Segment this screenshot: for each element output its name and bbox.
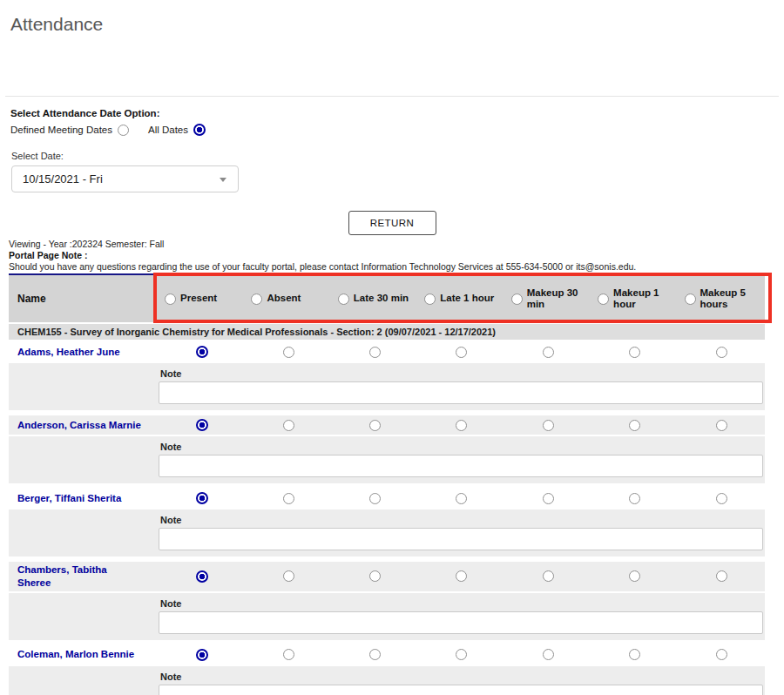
attendance-radio-makeup-1-hour-row0[interactable] [629,347,640,358]
note-input[interactable] [159,381,763,404]
attendance-radio-makeup-5-hours-row4[interactable] [716,649,727,660]
student-attendance-row: Chambers, Tabitha Sheree [9,562,765,591]
attendance-radio-cell-makeup-1-hour [591,649,678,660]
student-name-cell: Anderson, Carissa Marnie [9,419,159,432]
attendance-radio-cell-makeup-30-min [505,570,591,582]
select-date-label: Select Date: [11,151,784,161]
date-option-defined-meeting-dates[interactable]: Defined Meeting Dates [10,125,129,136]
note-row: Note [9,509,765,557]
status-option-absent: Absent [245,293,331,304]
attendance-radio-cell-late-30-min [332,347,418,358]
attendance-radio-present-row4[interactable] [196,649,208,661]
attendance-radio-absent-row2[interactable] [283,493,294,504]
date-option-radio-all-dates[interactable] [193,124,206,136]
note-label: Note [160,515,763,525]
attendance-radio-makeup-5-hours-row0[interactable] [716,347,727,358]
attendance-radio-makeup-30-min-row2[interactable] [543,493,554,504]
note-input[interactable] [159,611,763,634]
attendance-radio-late-1-hour-row2[interactable] [456,493,467,504]
header-divider [5,96,779,97]
student-group: Coleman, Marlon BennieNote [9,645,765,695]
student-name-link[interactable]: Coleman, Marlon Bennie [17,648,134,661]
note-label: Note [160,671,763,682]
date-option-radio-defined-meeting-dates[interactable] [118,125,129,136]
attendance-radio-cell-makeup-5-hours [679,649,765,660]
note-label: Note [160,598,763,609]
attendance-radio-present-row2[interactable] [196,492,208,504]
header-radio-makeup-1-hour[interactable] [598,294,609,305]
attendance-radio-makeup-5-hours-row3[interactable] [716,570,727,582]
attendance-radio-late-1-hour-row0[interactable] [456,347,467,358]
attendance-radio-cell-absent [245,570,331,582]
attendance-radio-cell-late-1-hour [418,570,504,582]
attendance-radio-cell-late-30-min [332,493,418,504]
note-input[interactable] [159,455,763,477]
attendance-radio-late-30-min-row1[interactable] [369,420,381,431]
attendance-radio-makeup-1-hour-row2[interactable] [629,493,640,504]
attendance-radio-late-30-min-row0[interactable] [369,347,381,358]
header-radio-absent[interactable] [251,294,262,305]
attendance-radio-late-1-hour-row1[interactable] [456,420,467,431]
student-name-link[interactable]: Chambers, Tabitha Sheree [17,563,115,590]
attendance-radio-absent-row0[interactable] [283,347,294,358]
note-row-spacer [9,441,159,477]
attendance-radio-late-30-min-row4[interactable] [369,649,381,660]
note-area: Note [159,597,765,634]
attendance-radio-makeup-5-hours-row1[interactable] [716,420,727,431]
status-option-label: Late 30 min [354,293,409,304]
attendance-radio-cell-makeup-30-min [505,420,591,431]
header-radio-makeup-5-hours[interactable] [685,294,696,305]
attendance-radio-late-1-hour-row4[interactable] [456,649,467,660]
attendance-radio-absent-row4[interactable] [283,649,294,660]
attendance-radio-makeup-30-min-row3[interactable] [543,570,554,582]
attendance-radio-late-30-min-row3[interactable] [369,570,381,582]
note-row-spacer [9,671,159,695]
return-button[interactable]: RETURN [348,211,436,235]
note-row: Note [9,363,765,410]
student-name-link[interactable]: Anderson, Carissa Marnie [17,419,141,432]
attendance-radio-makeup-1-hour-row3[interactable] [629,570,640,582]
status-option-late-1-hour: Late 1 hour [418,293,504,304]
portal-note-label: Portal Page Note : [9,250,784,260]
attendance-radio-late-30-min-row2[interactable] [369,493,381,504]
student-group: Chambers, Tabitha ShereeNote [9,562,765,640]
student-group: Anderson, Carissa MarnieNote [9,415,765,483]
date-select[interactable]: 10/15/2021 - Fri [11,165,239,192]
student-name-cell: Adams, Heather June [9,346,159,359]
attendance-radio-late-1-hour-row3[interactable] [456,570,467,582]
attendance-radio-cell-absent [245,347,331,358]
attendance-radio-makeup-1-hour-row4[interactable] [629,649,640,660]
student-group: Berger, Tiffani SheritaNote [9,489,765,557]
attendance-radio-makeup-30-min-row1[interactable] [543,420,554,431]
attendance-radio-absent-row3[interactable] [283,570,294,582]
attendance-table: Name PresentAbsentLate 30 minLate 1 hour… [9,273,765,695]
date-select-value: 10/15/2021 - Fri [23,172,103,186]
status-option-label: Absent [267,293,301,304]
note-input[interactable] [159,528,763,550]
header-radio-present[interactable] [165,294,176,305]
student-name-link[interactable]: Adams, Heather June [17,346,120,359]
status-option-present: Present [159,293,245,304]
attendance-radio-present-row3[interactable] [196,570,208,583]
note-input[interactable] [159,685,763,695]
student-name-link[interactable]: Berger, Tiffani Sherita [17,492,121,505]
header-radio-makeup-30-min[interactable] [511,294,523,305]
attendance-radio-makeup-5-hours-row2[interactable] [716,493,727,504]
attendance-radio-present-row0[interactable] [196,346,208,358]
attendance-radio-makeup-30-min-row0[interactable] [543,347,554,358]
header-radio-late-1-hour[interactable] [424,294,436,305]
attendance-radio-makeup-30-min-row4[interactable] [543,649,554,660]
header-radio-late-30-min[interactable] [338,294,349,305]
date-option-all-dates[interactable]: All Dates [148,124,206,136]
attendance-radio-cell-makeup-5-hours [679,570,765,582]
note-area: Note [159,671,765,695]
attendance-radio-cell-late-1-hour [418,420,504,431]
attendance-radio-makeup-1-hour-row1[interactable] [629,420,640,431]
student-attendance-row: Coleman, Marlon Bennie [9,645,765,665]
name-column-header: Name [9,293,159,305]
attendance-radio-cell-makeup-5-hours [679,420,765,431]
attendance-radio-absent-row1[interactable] [283,420,294,431]
attendance-radio-cell-makeup-30-min [505,649,591,660]
attendance-radio-present-row1[interactable] [196,419,208,431]
student-attendance-row: Anderson, Carissa Marnie [9,415,765,435]
